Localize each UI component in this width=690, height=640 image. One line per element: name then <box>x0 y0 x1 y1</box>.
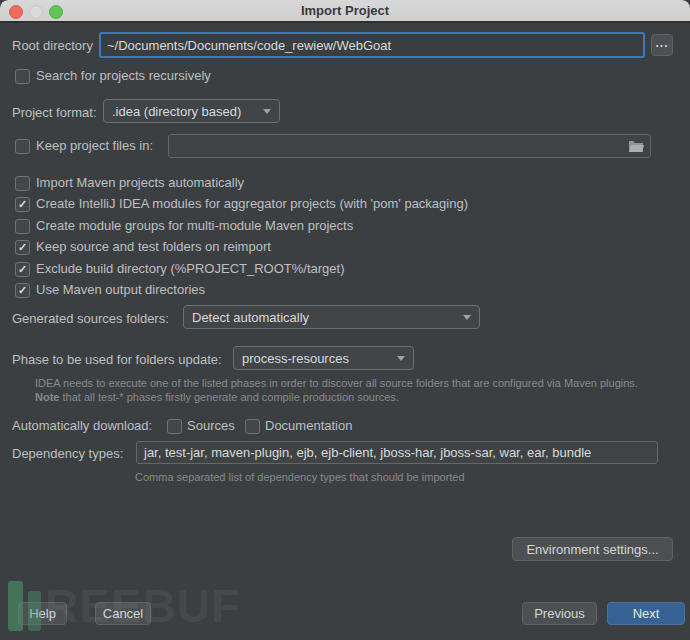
import-maven-auto-label[interactable]: Import Maven projects automatically <box>36 175 244 190</box>
download-documentation-label[interactable]: Documentation <box>265 418 352 433</box>
dependency-types-value: jar, test-jar, maven-plugin, ejb, ejb-cl… <box>144 445 591 460</box>
create-module-groups-checkbox[interactable] <box>15 219 30 234</box>
root-directory-label: Root directory <box>12 38 93 53</box>
phase-value: process-resources <box>242 351 349 366</box>
environment-settings-button[interactable]: Environment settings... <box>512 537 673 561</box>
phase-dropdown[interactable]: process-resources <box>233 346 414 370</box>
use-maven-output-checkbox[interactable] <box>15 283 30 298</box>
minimize-window-button <box>29 5 43 19</box>
chevron-down-icon <box>463 315 471 320</box>
window-title: Import Project <box>301 3 389 18</box>
exclude-build-dir-checkbox[interactable] <box>15 262 30 277</box>
phase-note-line1: IDEA needs to execute one of the listed … <box>35 377 638 389</box>
phase-note-bold: Note <box>35 391 59 403</box>
close-window-button[interactable] <box>9 5 23 19</box>
exclude-build-dir-label[interactable]: Exclude build directory (%PROJECT_ROOT%/… <box>36 261 344 276</box>
use-maven-output-label[interactable]: Use Maven output directories <box>36 282 205 297</box>
dependency-types-input[interactable]: jar, test-jar, maven-plugin, ejb, ejb-cl… <box>136 441 658 464</box>
title-bar: Import Project <box>0 0 690 21</box>
import-project-dialog: Import Project Root directory ~/Document… <box>0 0 690 640</box>
project-format-dropdown[interactable]: .idea (directory based) <box>103 99 280 123</box>
title-separator <box>0 21 690 23</box>
folder-icon[interactable] <box>628 139 644 156</box>
browse-button[interactable]: ... <box>651 34 673 56</box>
download-documentation-checkbox[interactable] <box>245 419 260 434</box>
keep-project-files-label[interactable]: Keep project files in: <box>36 138 153 153</box>
chevron-down-icon <box>263 109 271 114</box>
search-recursively-checkbox[interactable] <box>15 69 30 84</box>
chevron-down-icon <box>397 356 405 361</box>
cancel-button[interactable]: Cancel <box>95 602 151 625</box>
root-directory-input[interactable]: ~/Documents/Documents/code_rewiew/WebGoa… <box>99 32 645 58</box>
generated-sources-value: Detect automatically <box>192 310 309 325</box>
generated-sources-dropdown[interactable]: Detect automatically <box>183 305 480 329</box>
keep-source-folders-label[interactable]: Keep source and test folders on reimport <box>36 239 271 254</box>
project-format-value: .idea (directory based) <box>112 104 241 119</box>
root-directory-value: ~/Documents/Documents/code_rewiew/WebGoa… <box>107 38 391 53</box>
generated-sources-label: Generated sources folders: <box>12 311 169 326</box>
create-idea-modules-label[interactable]: Create IntelliJ IDEA modules for aggrega… <box>36 196 468 211</box>
download-sources-label[interactable]: Sources <box>187 418 235 433</box>
project-format-label: Project format: <box>12 105 97 120</box>
auto-download-label: Automatically download: <box>12 418 152 433</box>
create-idea-modules-checkbox[interactable] <box>15 197 30 212</box>
previous-button[interactable]: Previous <box>522 602 597 625</box>
phase-note-line2: Note that all test-* phases firstly gene… <box>35 391 399 403</box>
import-maven-auto-checkbox[interactable] <box>15 176 30 191</box>
keep-source-folders-checkbox[interactable] <box>15 240 30 255</box>
phase-label: Phase to be used for folders update: <box>12 352 222 367</box>
create-module-groups-label[interactable]: Create module groups for multi-module Ma… <box>36 218 353 233</box>
help-button[interactable]: Help <box>18 602 67 625</box>
download-sources-checkbox[interactable] <box>167 419 182 434</box>
dependency-types-hint: Comma separated list of dependency types… <box>135 471 465 483</box>
keep-project-files-checkbox[interactable] <box>15 139 30 154</box>
phase-note-rest: that all test-* phases firstly generate … <box>59 391 398 403</box>
keep-project-files-input[interactable] <box>168 134 651 158</box>
dependency-types-label: Dependency types: <box>12 446 123 461</box>
next-button[interactable]: Next <box>607 602 685 625</box>
zoom-window-button[interactable] <box>49 5 63 19</box>
search-recursively-label[interactable]: Search for projects recursively <box>36 68 211 83</box>
